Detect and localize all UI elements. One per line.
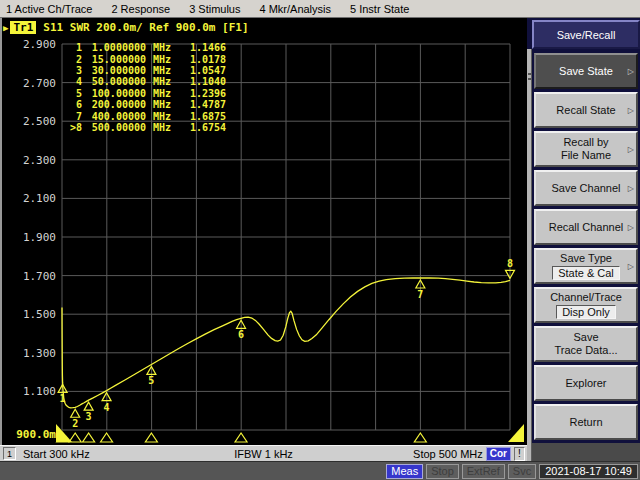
indicator-extref: ExtRef: [462, 464, 505, 479]
softkey-label: Explorer: [566, 377, 607, 390]
marker-v: 1.0178: [180, 54, 226, 65]
y-axis-tick-label: 1.300: [23, 347, 56, 360]
marker-n: 3: [62, 65, 82, 76]
softkey-label: Recall Channel: [549, 221, 624, 234]
marker-table-row: 450.000000MHz1.1040: [62, 76, 226, 87]
menu-item-stimulus[interactable]: 3 Stimulus: [183, 3, 253, 15]
softkey-recall-by-file-name[interactable]: Recall byFile Name▷: [534, 131, 638, 167]
marker-table-row: 11.0000000MHz1.1466: [62, 42, 226, 53]
softkey-sidebar: Save/Recall Save State▷Recall State▷Reca…: [527, 18, 640, 461]
softkey-label: Recall State: [556, 104, 615, 117]
menu-item-mkr-analysis[interactable]: 4 Mkr/Analysis: [253, 3, 344, 15]
svg-text:8: 8: [507, 258, 513, 269]
svg-text:4: 4: [104, 402, 110, 413]
menu-item-response[interactable]: 2 Response: [105, 3, 183, 15]
y-axis-tick-label: 2.500: [23, 115, 56, 128]
marker-f: 1.0000000: [82, 42, 146, 53]
marker-f: 100.00000: [82, 88, 146, 99]
marker-u: MHz: [146, 65, 180, 76]
softkey-label: File Name: [561, 149, 611, 162]
submenu-arrow-icon: ▷: [628, 104, 634, 117]
y-axis-tick-label: 2.700: [23, 77, 56, 90]
datetime-display: 2021-08-17 10:49: [539, 464, 638, 479]
axis-marker-triangle: [69, 433, 81, 442]
y-axis-tick-label: 2.300: [23, 154, 56, 167]
marker-u: MHz: [146, 122, 180, 133]
softkey-label: Save: [573, 331, 598, 344]
softkey-value-box: State & Cal: [552, 266, 620, 280]
indicator-svc: Svc: [508, 464, 536, 479]
marker-f: 30.000000: [82, 65, 146, 76]
marker-table-row: >8500.00000MHz1.6754: [62, 122, 226, 133]
softkey-recall-channel[interactable]: Recall Channel▷: [534, 209, 638, 245]
marker-table-row: 5100.00000MHz1.2396: [62, 88, 226, 99]
softkey-value-box: Disp Only: [556, 305, 616, 319]
y-axis-tick-label: 1.700: [23, 270, 56, 283]
sidebar-footer: [527, 443, 640, 461]
y-axis-tick-label: 1.500: [23, 308, 56, 321]
marker-u: MHz: [146, 42, 180, 53]
submenu-arrow-icon: ▷: [628, 65, 634, 78]
softkey-list: Save State▷Recall State▷Recall byFile Na…: [534, 49, 640, 443]
submenu-arrow-icon: ▷: [628, 143, 634, 156]
softkey-save-channel[interactable]: Save Channel▷: [534, 170, 638, 206]
menu-item-instr-state[interactable]: 5 Instr State: [344, 3, 422, 15]
softkey-label: Save Channel: [551, 182, 620, 195]
channel-status-bar: 1 Start 300 kHz IFBW 1 kHz Stop 500 MHz …: [0, 445, 527, 461]
menu-bar: 1 Active Ch/Trace2 Response3 Stimulus4 M…: [0, 0, 640, 18]
marker-v: 1.6875: [180, 111, 226, 122]
softkey-label: Recall by: [563, 136, 608, 149]
axis-marker-triangle: [83, 433, 95, 442]
correction-status-badge: Cor: [486, 447, 511, 461]
softkey-label: Channel/Trace: [550, 291, 622, 304]
y-axis-tick-label: 2.900: [23, 38, 56, 51]
vna-analyzer-window: 1 Active Ch/Trace2 Response3 Stimulus4 M…: [0, 0, 640, 480]
marker-table: 11.0000000MHz1.1466215.000000MHz1.017833…: [62, 42, 226, 133]
y-axis-tick-label: 1.900: [23, 231, 56, 244]
trace-badge: Tr1: [10, 21, 36, 34]
marker-n: 4: [62, 76, 82, 87]
marker-u: MHz: [146, 54, 180, 65]
softkey-save-trace-data[interactable]: SaveTrace Data...: [534, 326, 638, 362]
svg-text:3: 3: [86, 411, 92, 422]
marker-u: MHz: [146, 99, 180, 110]
trace-header[interactable]: ▶ Tr1 S11 SWR 200.0m/ Ref 900.0m [F1]: [3, 21, 249, 34]
active-trace-arrow-icon: ▶: [3, 23, 8, 33]
softkey-save-state[interactable]: Save State▷: [534, 53, 638, 89]
marker-v: 1.2396: [180, 88, 226, 99]
submenu-arrow-icon: ▷: [628, 260, 634, 273]
marker-f: 15.000000: [82, 54, 146, 65]
sweep-stop-label: Stop 500 MHz: [413, 448, 483, 460]
marker-table-row: 6200.00000MHz1.4787: [62, 99, 226, 110]
warning-badge: !: [514, 447, 525, 461]
marker-v: 1.4787: [180, 99, 226, 110]
softkey-return[interactable]: Return: [534, 404, 638, 440]
softkey-recall-state[interactable]: Recall State▷: [534, 92, 638, 128]
svg-text:1: 1: [60, 393, 66, 404]
marker-n: 2: [62, 54, 82, 65]
marker-v: 1.1040: [180, 76, 226, 87]
marker-table-row: 7400.00000MHz1.6875: [62, 110, 226, 121]
svg-text:7: 7: [417, 289, 423, 300]
softkey-save-type[interactable]: Save TypeState & Cal▷: [534, 248, 638, 284]
submenu-arrow-icon: ▷: [628, 221, 634, 234]
system-status-bar: MeasStopExtRefSvc 2021-08-17 10:49: [0, 461, 640, 480]
marker-n: 6: [62, 99, 82, 110]
y-axis-tick-label: 2.100: [23, 192, 56, 205]
svg-text:2: 2: [72, 418, 78, 429]
softkey-channel-trace[interactable]: Channel/TraceDisp Only: [534, 287, 638, 323]
marker-2: 2: [71, 409, 80, 429]
softkey-label: Return: [569, 416, 602, 429]
marker-f: 50.000000: [82, 76, 146, 87]
marker-n: 1: [62, 42, 82, 53]
softkey-explorer[interactable]: Explorer: [534, 365, 638, 401]
marker-table-row: 330.000000MHz1.0547: [62, 65, 226, 76]
screen-left-border: [0, 18, 2, 445]
menu-item-active-ch-trace[interactable]: 1 Active Ch/Trace: [0, 3, 105, 15]
axis-marker-triangle: [145, 433, 157, 442]
marker-f: 500.00000: [82, 122, 146, 133]
marker-n: 5: [62, 88, 82, 99]
marker-u: MHz: [146, 76, 180, 87]
marker-u: MHz: [146, 88, 180, 99]
marker-u: MHz: [146, 111, 180, 122]
